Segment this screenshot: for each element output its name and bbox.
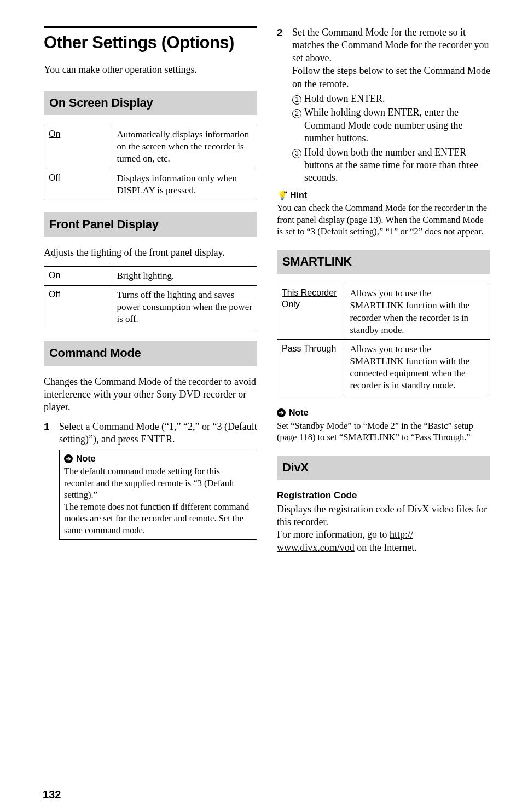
step-number: 1	[44, 421, 59, 540]
option-key: Pass Through	[282, 344, 336, 353]
step-2: 2 Set the Command Mode for the remote so…	[277, 26, 490, 186]
substep-text: While holding down ENTER, enter the Comm…	[304, 106, 490, 145]
table-front-panel-display: On Bright lighting. Off Turns off the li…	[44, 266, 257, 329]
section-intro: Adjusts the lighting of the front panel …	[44, 246, 257, 259]
substep: 3 Hold down both the number and ENTER bu…	[292, 146, 490, 185]
option-desc: Allows you to use the SMARTLINK function…	[345, 339, 490, 395]
table-row: On Automatically displays information on…	[44, 125, 257, 169]
section-rule	[44, 26, 257, 28]
divx-body: Displays the registration code of DivX v…	[277, 503, 490, 529]
step-text: Set the Command Mode for the remote so i…	[292, 26, 490, 65]
step-number: 2	[277, 26, 292, 186]
substep: 1 Hold down ENTER.	[292, 93, 490, 105]
intro-text: You can make other operation settings.	[44, 64, 257, 76]
heading-command-mode: Command Mode	[44, 341, 257, 366]
option-key: On	[49, 129, 60, 139]
option-desc: Bright lighting.	[112, 266, 257, 285]
step-text: Select a Command Mode (“1,” “2,” or “3 (…	[59, 421, 257, 446]
heading-divx: DivX	[277, 456, 490, 480]
option-key: Off	[49, 290, 60, 299]
table-row: This Recorder Only Allows you to use the…	[277, 284, 490, 339]
substep-text: Hold down both the number and ENTER butt…	[304, 146, 490, 185]
note-body: The default command mode setting for thi…	[64, 465, 252, 500]
substep-text: Hold down ENTER.	[304, 93, 385, 105]
heading-on-screen-display: On Screen Display	[44, 91, 257, 116]
note-body: The remote does not function if differen…	[64, 501, 252, 536]
circled-number-icon: 2	[292, 109, 301, 118]
table-on-screen-display: On Automatically displays information on…	[44, 125, 257, 200]
option-key: Off	[49, 173, 60, 182]
hint-body: You can check the Command Mode for the r…	[277, 202, 490, 237]
step-text: Follow the steps below to set the Comman…	[292, 65, 490, 90]
hint-block: 💡̈Hint You can check the Command Mode fo…	[277, 190, 490, 238]
table-row: Off Displays information only when DISPL…	[44, 169, 257, 200]
hint-label: 💡̈Hint	[277, 190, 490, 201]
note-label: Note	[64, 453, 252, 465]
note-body: Set “Standby Mode” to “Mode 2” in the “B…	[277, 420, 490, 444]
table-row: On Bright lighting.	[44, 266, 257, 285]
step-1: 1 Select a Command Mode (“1,” “2,” or “3…	[44, 421, 257, 540]
note-label: Note	[277, 407, 490, 419]
page-title: Other Settings (Options)	[44, 32, 257, 54]
option-desc: Displays information only when DISPLAY i…	[112, 169, 257, 200]
circled-number-icon: 1	[292, 95, 301, 105]
circled-number-icon: 3	[292, 149, 301, 158]
section-intro: Changes the Command Mode of the recorder…	[44, 376, 257, 414]
link-text: www.divx.com/vod	[277, 542, 355, 553]
substep: 2 While holding down ENTER, enter the Co…	[292, 106, 490, 145]
note-box: Note The default command mode setting fo…	[59, 450, 257, 540]
option-desc: Automatically displays information on th…	[112, 125, 257, 169]
note-block: Note Set “Standby Mode” to “Mode 2” in t…	[277, 407, 490, 444]
table-smartlink: This Recorder Only Allows you to use the…	[277, 284, 490, 395]
hint-icon: 💡̈	[277, 191, 288, 200]
heading-smartlink: SMARTLINK	[277, 250, 490, 274]
option-desc: Allows you to use the SMARTLINK function…	[345, 284, 490, 339]
table-row: Off Turns off the lighting and saves pow…	[44, 285, 257, 329]
divx-body: For more information, go to http://www.d…	[277, 528, 490, 554]
subheading-registration-code: Registration Code	[277, 489, 490, 502]
option-key: This Recorder Only	[282, 288, 337, 309]
option-desc: Turns off the lighting and saves power c…	[112, 285, 257, 329]
link-text: http://	[390, 529, 413, 540]
option-key: On	[49, 270, 60, 280]
heading-front-panel-display: Front Panel Display	[44, 212, 257, 237]
table-row: Pass Through Allows you to use the SMART…	[277, 339, 490, 395]
